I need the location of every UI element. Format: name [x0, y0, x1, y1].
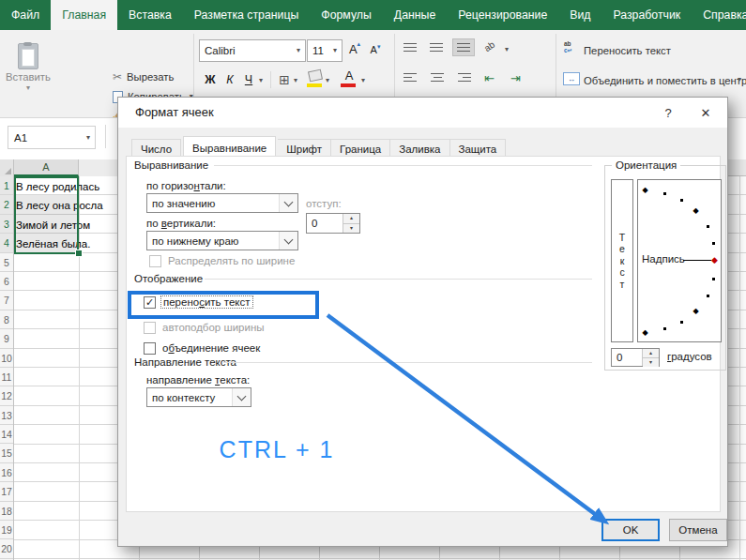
font-family-select[interactable]: Calibri ▾: [199, 39, 306, 62]
vertical-align-label: по вертикали:: [146, 218, 216, 229]
chevron-down-icon[interactable]: ▾: [259, 77, 263, 84]
select-all-corner[interactable]: [0, 159, 14, 176]
increase-indent-icon[interactable]: ⇥: [510, 72, 521, 84]
horizontal-align-label: по горизонтали:: [146, 180, 226, 191]
row-header[interactable]: 2: [0, 195, 13, 214]
justify-distributed-checkbox[interactable]: [149, 255, 161, 267]
row-header[interactable]: 15: [0, 444, 13, 462]
row-header[interactable]: 9: [0, 329, 13, 348]
chevron-down-icon[interactable]: ▾: [505, 46, 509, 53]
font-color-button[interactable]: А: [342, 68, 357, 83]
dialog-title: Формат ячеек: [135, 98, 214, 128]
dial-text-label: Надпись: [642, 253, 685, 265]
chevron-down-icon: [232, 388, 251, 406]
ribbon-tab-page-layout[interactable]: Разметка страницы: [183, 0, 311, 30]
grow-font-button[interactable]: А▴: [345, 39, 364, 58]
row-header[interactable]: 19: [0, 521, 13, 539]
cancel-button[interactable]: Отмена: [669, 519, 727, 541]
format-cells-dialog: Формат ячеек ? ✕ Число Выравнивание Шриф…: [117, 97, 728, 547]
fill-color-bar[interactable]: [307, 83, 322, 87]
spin-down-icon[interactable]: ▾: [643, 357, 659, 367]
chevron-down-icon[interactable]: ▾: [326, 77, 329, 84]
ribbon-tab-help[interactable]: Справка: [692, 0, 746, 30]
italic-button[interactable]: К: [221, 69, 238, 90]
shrink-to-fit-checkbox[interactable]: [144, 322, 156, 334]
wrap-text-icon: abc↵: [564, 40, 572, 53]
name-box[interactable]: A1 ▾: [8, 126, 96, 149]
ribbon-tab-developer[interactable]: Разработчик: [601, 0, 692, 30]
row-header[interactable]: 16: [0, 463, 13, 482]
row-header[interactable]: 20: [0, 539, 13, 558]
vertical-text-box[interactable]: Т е к с т: [611, 179, 633, 342]
shrink-font-button[interactable]: А▾: [367, 41, 384, 58]
cut-button[interactable]: ✂ Вырезать: [113, 68, 174, 85]
borders-button[interactable]: ⊞: [276, 69, 293, 90]
align-left-button[interactable]: [400, 68, 422, 86]
ribbon-tab-file[interactable]: Файл: [0, 0, 51, 30]
spin-down-icon[interactable]: ▾: [343, 223, 359, 234]
ribbon-tab-formulas[interactable]: Формулы: [310, 0, 383, 30]
chevron-down-icon[interactable]: ▾: [738, 76, 741, 83]
row-header[interactable]: 4: [0, 234, 13, 252]
dial-diamond: ◆: [641, 186, 649, 194]
wrap-text-button[interactable]: Переносить текст: [584, 42, 671, 59]
decrease-indent-icon[interactable]: ⇤: [484, 72, 495, 84]
merge-center-button[interactable]: Объединить и поместить в центре: [584, 72, 746, 89]
chevron-down-icon[interactable]: ▾: [294, 77, 297, 84]
dial-dot: [680, 321, 683, 324]
row-header[interactable]: 6: [0, 272, 13, 291]
indent-spinner[interactable]: 0 ▴▾: [306, 213, 360, 234]
align-bottom-button[interactable]: [452, 38, 475, 56]
row-header[interactable]: 11: [0, 368, 13, 386]
align-center-button[interactable]: [426, 68, 449, 86]
underline-button[interactable]: Ч: [240, 69, 257, 90]
merge-center-label: Объединить и поместить в центре: [584, 75, 746, 86]
cut-label: Вырезать: [127, 71, 174, 83]
spin-up-icon[interactable]: ▴: [643, 349, 659, 357]
dial-dot: [707, 295, 709, 297]
dial-dot: [707, 225, 709, 228]
fill-color-bucket-icon[interactable]: [308, 69, 323, 83]
chevron-down-icon[interactable]: ▾: [361, 77, 365, 84]
vertical-align-select[interactable]: по нижнему краю: [146, 231, 298, 250]
indent-label: отступ:: [306, 198, 342, 209]
row-header[interactable]: 7: [0, 291, 13, 310]
row-header[interactable]: 3: [0, 215, 13, 234]
fill-handle[interactable]: [75, 250, 83, 257]
degrees-spinner[interactable]: 0 ▴▾: [611, 348, 660, 367]
align-top-button[interactable]: [400, 38, 422, 56]
ribbon-tab-home[interactable]: Главная: [51, 0, 117, 30]
font-size-select[interactable]: 11 ▾: [307, 39, 343, 62]
row-header[interactable]: 8: [0, 310, 13, 329]
row-header[interactable]: 5: [0, 253, 13, 272]
ribbon-tab-view[interactable]: Вид: [558, 0, 601, 30]
dialog-help-button[interactable]: ?: [654, 101, 682, 124]
dialog-close-button[interactable]: ✕: [692, 101, 720, 124]
ribbon-tab-insert[interactable]: Вставка: [117, 0, 183, 30]
align-right-button[interactable]: [452, 68, 475, 86]
font-color-bar[interactable]: [341, 83, 356, 87]
align-middle-button[interactable]: [426, 38, 449, 56]
row-header[interactable]: 12: [0, 386, 13, 405]
paste-button[interactable]: Вставить ▾: [3, 34, 53, 101]
column-header-a[interactable]: A: [14, 159, 79, 176]
row-header[interactable]: 14: [0, 425, 13, 444]
row-header[interactable]: 1: [0, 176, 13, 195]
dial-dot: [663, 192, 666, 195]
paste-label: Вставить: [6, 71, 51, 83]
row-header[interactable]: 18: [0, 502, 13, 521]
text-direction-select[interactable]: по контексту: [146, 387, 251, 407]
ribbon-tab-review[interactable]: Рецензирование: [447, 0, 558, 30]
orientation-dial[interactable]: ◆ ◆ ◆ ◆ ◆ Надпись: [637, 179, 722, 342]
text-orientation-icon[interactable]: ab: [482, 39, 496, 53]
row-header[interactable]: 10: [0, 349, 13, 368]
spin-up-icon[interactable]: ▴: [343, 214, 359, 223]
row-header[interactable]: 17: [0, 482, 13, 501]
font-size-value: 11: [308, 45, 328, 56]
merge-cells-checkbox[interactable]: [144, 342, 156, 355]
ok-button[interactable]: OK: [601, 519, 660, 541]
bold-button[interactable]: Ж: [201, 69, 220, 90]
horizontal-align-select[interactable]: по значению: [146, 193, 298, 213]
ribbon-tab-data[interactable]: Данные: [383, 0, 447, 30]
row-header[interactable]: 13: [0, 406, 13, 425]
